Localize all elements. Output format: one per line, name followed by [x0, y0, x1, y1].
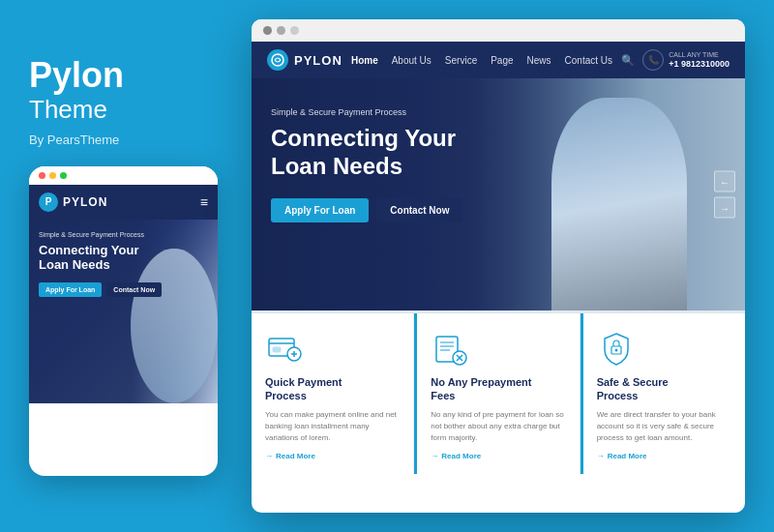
apply-loan-button[interactable]: Apply For Loan [271, 198, 369, 222]
feature-link-2[interactable]: → Read More [431, 452, 565, 460]
site-nav-right: 🔍 📞 CALL ANY TIME +1 9812310000 [621, 49, 729, 71]
hero-arrows: ← → [714, 171, 735, 219]
desktop-dot-3 [290, 26, 299, 35]
feature-icon-payment [265, 329, 304, 368]
mobile-mockup: P PYLON ≡ Simple & Secure Payment Proces… [29, 166, 218, 476]
hero-prev-arrow[interactable]: ← [714, 171, 735, 192]
hero-title: Connecting YourLoan Needs [271, 125, 462, 181]
hero-next-arrow[interactable]: → [714, 197, 735, 219]
site-nav: Home About Us Service Page News Contact … [351, 55, 612, 66]
site-logo-text: PYLON [294, 53, 342, 68]
mobile-logo-icon: P [39, 192, 58, 212]
brand-by: By PearsTheme [29, 133, 223, 147]
desktop-dot-1 [263, 26, 272, 35]
brand-name: Pylon [29, 55, 124, 95]
site-header: PYLON Home About Us Service Page News Co… [252, 42, 745, 78]
feature-link-3[interactable]: → Read More [597, 452, 731, 460]
mobile-contact-button[interactable]: Contact Now [106, 282, 162, 297]
call-box: 📞 CALL ANY TIME +1 9812310000 [642, 49, 729, 71]
features-section: Quick PaymentProcess You can make paymen… [252, 310, 745, 474]
nav-page[interactable]: Page [491, 55, 513, 66]
svg-rect-2 [273, 347, 281, 352]
mobile-hero: Simple & Secure Payment Process Connecti… [29, 220, 218, 403]
site-logo: PYLON [267, 49, 342, 71]
svg-point-0 [272, 54, 283, 66]
feature-text-1: You can make payment online and net bank… [265, 409, 400, 444]
svg-point-7 [614, 349, 617, 352]
nav-home[interactable]: Home [351, 55, 378, 66]
desktop-dot-2 [277, 26, 285, 35]
mobile-hero-subtitle: Simple & Secure Payment Process [39, 231, 162, 238]
desktop-titlebar [252, 19, 745, 42]
site-logo-icon [267, 49, 288, 71]
feature-icon-fees [431, 329, 469, 368]
mobile-titlebar [29, 166, 218, 185]
call-text: CALL ANY TIME +1 9812310000 [669, 50, 729, 71]
nav-about[interactable]: About Us [392, 55, 432, 66]
feature-text-3: We are direct transfer to your bank acco… [597, 409, 731, 444]
mobile-hero-content: Simple & Secure Payment Process Connecti… [39, 231, 162, 297]
hero-person-shape [551, 98, 687, 310]
hero-subtitle: Simple & Secure Payment Process [271, 107, 462, 117]
site-hero: Simple & Secure Payment Process Connecti… [252, 78, 745, 310]
call-any-time: CALL ANY TIME [669, 50, 729, 59]
feature-link-1[interactable]: → Read More [265, 452, 400, 460]
feature-card-2: No Any PrepaymentFees No any kind of pre… [417, 313, 580, 474]
contact-now-button[interactable]: Contact Now [376, 198, 462, 222]
mobile-dot-red [39, 172, 45, 179]
desktop-mockup: PYLON Home About Us Service Page News Co… [252, 19, 745, 513]
feature-text-2: No any kind of pre payment for loan so n… [431, 409, 565, 444]
feature-title-2: No Any PrepaymentFees [431, 375, 565, 403]
nav-news[interactable]: News [527, 55, 551, 66]
mobile-hamburger-icon[interactable]: ≡ [200, 194, 208, 210]
hero-buttons: Apply For Loan Contact Now [271, 198, 462, 222]
nav-service[interactable]: Service [445, 55, 477, 66]
mobile-hero-buttons: Apply For Loan Contact Now [39, 282, 162, 297]
feature-title-1: Quick PaymentProcess [265, 375, 400, 403]
feature-icon-secure [597, 329, 636, 368]
call-number: +1 9812310000 [669, 59, 729, 71]
feature-title-3: Safe & SecureProcess [597, 375, 731, 403]
hero-person [551, 98, 687, 310]
left-panel: Pylon Theme By PearsTheme P PYLON ≡ Simp… [29, 56, 223, 476]
search-icon[interactable]: 🔍 [621, 54, 635, 67]
mobile-dot-yellow [49, 172, 56, 179]
mobile-apply-button[interactable]: Apply For Loan [39, 282, 102, 297]
mobile-nav: P PYLON ≡ [29, 185, 218, 220]
feature-card-1: Quick PaymentProcess You can make paymen… [252, 313, 414, 474]
mobile-hero-title: Connecting YourLoan Needs [39, 243, 162, 273]
mobile-dot-green [60, 172, 67, 179]
nav-contact[interactable]: Contact Us [565, 55, 612, 66]
phone-icon: 📞 [642, 49, 664, 71]
brand-theme: Theme [29, 95, 223, 125]
mobile-logo: P PYLON [39, 192, 107, 212]
mobile-logo-text: PYLON [63, 195, 107, 209]
hero-content: Simple & Secure Payment Process Connecti… [271, 107, 462, 222]
feature-card-3: Safe & SecureProcess We are direct trans… [583, 313, 745, 474]
